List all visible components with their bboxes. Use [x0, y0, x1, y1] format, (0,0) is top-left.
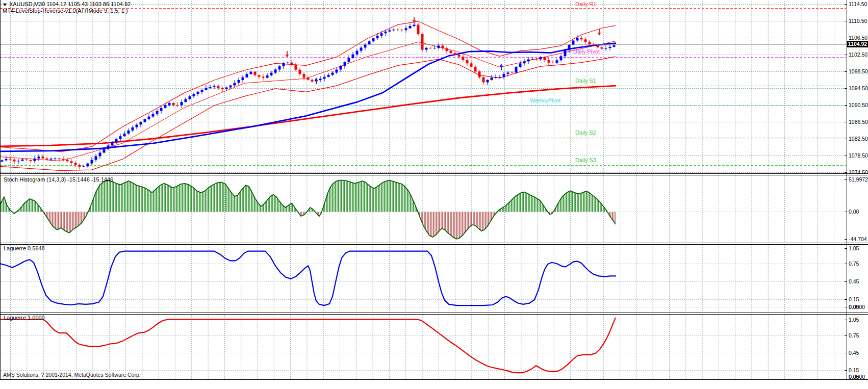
daily-s2-label: Daily S2	[575, 129, 596, 136]
daily-s1-label: Daily S1	[575, 77, 596, 84]
price-scale[interactable]	[847, 0, 868, 379]
window-divider[interactable]	[0, 313, 868, 315]
laguerre1-window-label: Laguerre 0.5648	[4, 245, 45, 251]
laguerre2-window-label: Laguerre 1.0000	[4, 315, 45, 321]
window-divider[interactable]	[0, 173, 868, 175]
symbol-title: ▼XAUUSD,M30 1104.12 1105.43 1103.86 1104…	[3, 1, 131, 7]
time-scale[interactable]	[0, 380, 868, 389]
chart-left-border	[0, 0, 1, 379]
daily-pivot-label: Daily Pivot	[573, 48, 600, 55]
window-divider[interactable]	[0, 243, 868, 245]
weeklypivot-label: WeeklyPivot	[530, 97, 560, 103]
stoch-window-label: Stoch Histogram (14,3,3) -15.1446 -15.14…	[4, 176, 113, 183]
copyright-text: AMS Solutions, ? 2001-2014, MetaQuotes S…	[3, 372, 141, 378]
chart-title-block: ▼XAUUSD,M30 1104.12 1105.43 1103.86 1104…	[3, 1, 131, 14]
current-price-tag: 1104.92	[847, 41, 868, 47]
chart-canvas[interactable]	[0, 0, 847, 379]
daily-r1-label: Daily R1	[575, 1, 597, 7]
mt4-chart-window: 1114.501110.501106.501102.501098.501094.…	[0, 0, 868, 389]
indicator-title: MT4-LevelStop-Reverse-v1.0(ATRMode 9, 1,…	[3, 8, 131, 14]
daily-s3-label: Daily S3	[575, 157, 596, 163]
symbol-marker-icon: ▼	[2, 2, 8, 7]
symbol-ohlc-text: XAUUSD,M30 1104.12 1105.43 1103.86 1104.…	[9, 1, 131, 7]
